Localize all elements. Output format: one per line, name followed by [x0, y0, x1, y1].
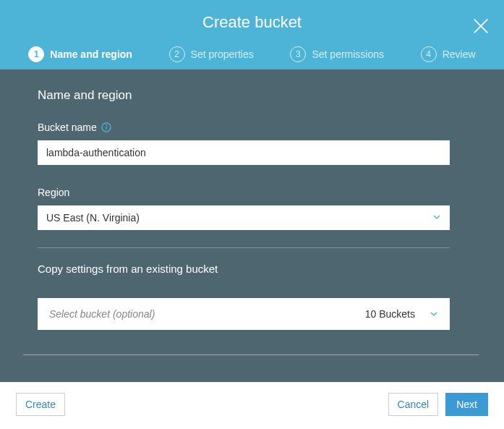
bucket-name-label-row: Bucket name	[38, 122, 475, 133]
bucket-name-input[interactable]	[38, 140, 450, 165]
divider	[23, 354, 479, 355]
chevron-down-icon	[432, 212, 441, 224]
copy-bucket-placeholder: Select bucket (optional)	[49, 308, 155, 320]
step-number: 1	[28, 46, 44, 62]
wizard-steps: 1 Name and region 2 Set properties 3 Set…	[0, 46, 504, 69]
svg-point-4	[106, 124, 107, 126]
step-label: Set permissions	[312, 48, 384, 60]
step-number: 3	[290, 46, 306, 62]
step-review[interactable]: 4 Review	[421, 46, 476, 62]
copy-settings-title: Copy settings from an existing bucket	[38, 263, 475, 275]
step-set-properties[interactable]: 2 Set properties	[169, 46, 254, 62]
create-bucket-modal: Create bucket 1 Name and region 2 Set pr…	[0, 0, 504, 429]
close-icon	[471, 26, 491, 38]
step-label: Review	[443, 48, 476, 60]
step-number: 2	[169, 46, 185, 62]
copy-bucket-select[interactable]: Select bucket (optional) 10 Buckets	[38, 298, 450, 330]
section-title: Name and region	[38, 88, 475, 103]
step-number: 4	[421, 46, 437, 62]
close-button[interactable]	[471, 16, 491, 36]
bucket-name-label: Bucket name	[38, 122, 97, 133]
step-name-and-region[interactable]: 1 Name and region	[28, 46, 132, 62]
svg-rect-3	[106, 127, 106, 129]
modal-body: Name and region Bucket name Region US Ea…	[0, 69, 504, 382]
bucket-count: 10 Buckets	[365, 308, 415, 320]
region-label: Region	[38, 187, 475, 198]
modal-header: Create bucket 1 Name and region 2 Set pr…	[0, 0, 504, 69]
chevron-down-icon	[430, 310, 438, 318]
step-label: Name and region	[50, 48, 132, 60]
modal-footer: Create Cancel Next	[0, 382, 504, 429]
divider	[38, 247, 450, 248]
modal-title: Create bucket	[0, 13, 504, 32]
step-label: Set properties	[191, 48, 254, 60]
region-value: US East (N. Virginia)	[46, 212, 140, 224]
step-set-permissions[interactable]: 3 Set permissions	[290, 46, 384, 62]
next-button[interactable]: Next	[445, 393, 488, 416]
create-button[interactable]: Create	[16, 393, 65, 416]
cancel-button[interactable]: Cancel	[388, 393, 439, 416]
region-select[interactable]: US East (N. Virginia)	[38, 205, 450, 230]
info-icon[interactable]	[101, 122, 111, 132]
